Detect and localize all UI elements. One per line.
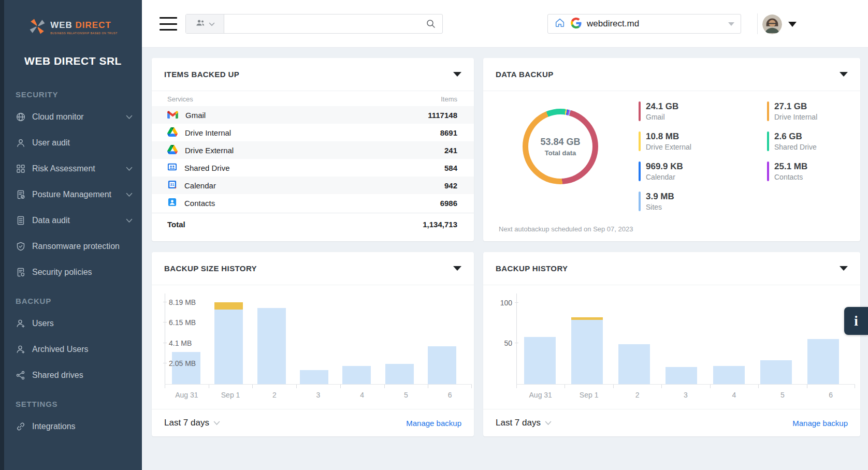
collapse-caret-icon[interactable] bbox=[840, 72, 848, 77]
x-axis-tick-label: Aug 31 bbox=[516, 385, 565, 399]
card-footer: Last 7 days Manage backup bbox=[152, 409, 474, 436]
range-label: Last 7 days bbox=[164, 418, 209, 428]
legend-swatch bbox=[767, 161, 769, 181]
search-icon[interactable] bbox=[426, 14, 442, 33]
sidebar-item-label: User audit bbox=[32, 138, 70, 148]
chevron-down-icon bbox=[213, 418, 220, 428]
manage-backup-link[interactable]: Manage backup bbox=[406, 419, 461, 428]
bar-aug-31 bbox=[172, 352, 200, 384]
items-backed-up-card: ITEMS BACKED UP Services Items Gmail1117… bbox=[152, 58, 474, 241]
sidebar-item-integrations[interactable]: Integrations bbox=[4, 414, 142, 439]
sidebar-item-label: Security policies bbox=[32, 268, 92, 277]
items-count: 241 bbox=[444, 146, 457, 155]
service-name: Gmail bbox=[185, 111, 206, 120]
chevron-down-icon bbox=[126, 115, 133, 120]
y-axis-tick-label: 6.15 MB bbox=[169, 318, 196, 327]
y-axis-tick-label: 4.1 MB bbox=[169, 339, 192, 347]
card-title: BACKUP SIZE HISTORY bbox=[164, 264, 257, 273]
items-count: 8691 bbox=[440, 128, 457, 137]
date-range-dropdown[interactable]: Last 7 days bbox=[496, 418, 552, 428]
card-title: DATA BACKUP bbox=[496, 70, 554, 79]
sidebar-item-ransomware-protection[interactable]: Ransomware protection bbox=[4, 233, 142, 259]
legend-value: 25.1 MB bbox=[774, 161, 807, 172]
y-axis-tick-label: 8.19 MB bbox=[169, 298, 196, 306]
doc-check-icon bbox=[16, 189, 32, 200]
sidebar-item-posture-management[interactable]: Posture Management bbox=[4, 182, 142, 208]
sidebar-item-data-audit[interactable]: Data audit bbox=[4, 208, 142, 233]
legend-label: Gmail bbox=[646, 113, 678, 121]
card-title: ITEMS BACKED UP bbox=[164, 70, 239, 79]
drive-icon bbox=[167, 145, 178, 156]
sidebar-item-cloud-monitor[interactable]: Cloud monitor bbox=[4, 104, 142, 130]
table-row: 31Calendar942 bbox=[152, 177, 474, 194]
shared-drive-icon bbox=[167, 162, 177, 173]
brand-logo: WEB DIRECT BUSINESS RELATIONSHIP BASED O… bbox=[4, 18, 142, 37]
sidebar-item-label: Cloud monitor bbox=[32, 112, 84, 122]
table-row: Drive External241 bbox=[152, 141, 474, 159]
sidebar-item-archived-users[interactable]: Archived Users bbox=[4, 336, 142, 362]
calendar-icon: 31 bbox=[167, 180, 177, 191]
user-plus-icon bbox=[16, 344, 32, 355]
sidebar-item-label: Posture Management bbox=[32, 190, 111, 199]
bar-3 bbox=[666, 367, 697, 384]
legend-label: Drive Internal bbox=[774, 113, 817, 121]
user-avatar[interactable] bbox=[762, 14, 782, 34]
x-axis-tick-label: 4 bbox=[710, 385, 758, 399]
bar-5 bbox=[760, 360, 792, 384]
collapse-caret-icon[interactable] bbox=[453, 266, 461, 271]
legend-item-sites: 3.9 MBSites bbox=[639, 192, 691, 211]
search-box bbox=[185, 14, 443, 34]
shield-check-icon bbox=[16, 241, 32, 252]
table-row: Gmail1117148 bbox=[152, 106, 474, 124]
bar-sep-1 bbox=[571, 317, 603, 384]
chevron-down-icon bbox=[126, 218, 133, 223]
domain-selector[interactable]: webdirect.md bbox=[547, 14, 741, 34]
sidebar-item-label: Integrations bbox=[32, 422, 76, 431]
sidebar-item-users[interactable]: Users bbox=[4, 311, 142, 336]
items-count: 6986 bbox=[440, 199, 457, 208]
table-row: Contacts6986 bbox=[152, 194, 474, 212]
app-root: WEB DIRECT BUSINESS RELATIONSHIP BASED O… bbox=[0, 0, 868, 470]
drive-icon bbox=[167, 127, 178, 138]
manage-backup-link[interactable]: Manage backup bbox=[792, 419, 848, 428]
doc-shield-icon bbox=[16, 267, 32, 277]
brand-wordmark: WEB DIRECT BUSINESS RELATIONSHIP BASED O… bbox=[50, 20, 118, 35]
chevron-down-icon bbox=[209, 19, 215, 28]
legend-swatch bbox=[639, 101, 641, 121]
legend-item-drive-internal: 27.1 GBDrive Internal bbox=[767, 101, 817, 121]
share-icon bbox=[16, 370, 32, 380]
account-menu-caret-icon[interactable] bbox=[788, 22, 797, 27]
contacts-icon bbox=[167, 197, 177, 209]
sidebar-item-shared-drives[interactable]: Shared drives bbox=[4, 362, 142, 388]
sidebar-item-risk-assessment[interactable]: Risk Assessment bbox=[4, 156, 142, 182]
backup-size-history-card: BACKUP SIZE HISTORY 8.19 MB6.15 MB4.1 MB… bbox=[152, 252, 474, 436]
info-tab-button[interactable]: i bbox=[844, 307, 868, 335]
sidebar-item-security-policies[interactable]: Security policies bbox=[4, 259, 142, 285]
user-icon bbox=[16, 138, 32, 148]
collapse-caret-icon[interactable] bbox=[840, 266, 848, 271]
legend-item-contacts: 25.1 MBContacts bbox=[767, 161, 817, 181]
range-label: Last 7 days bbox=[496, 418, 541, 428]
sidebar-item-label: Ransomware protection bbox=[32, 242, 120, 251]
sidebar-item-label: Shared drives bbox=[32, 371, 83, 380]
search-input[interactable] bbox=[224, 14, 426, 33]
sidebar-item-user-audit[interactable]: User audit bbox=[4, 130, 142, 156]
legend-value: 3.9 MB bbox=[646, 192, 674, 202]
card-header: BACKUP HISTORY bbox=[483, 252, 860, 285]
x-axis-tick-label: Sep 1 bbox=[565, 385, 613, 399]
card-header: DATA BACKUP bbox=[483, 58, 860, 91]
donut-legend-column: 24.1 GBGmail10.8 MBDrive External969.9 K… bbox=[639, 101, 691, 222]
items-count: 584 bbox=[444, 164, 457, 172]
bar-chart: 10050 Aug 31Sep 123456 bbox=[483, 297, 860, 399]
search-scope-dropdown[interactable] bbox=[186, 14, 224, 33]
legend-swatch bbox=[639, 192, 641, 211]
menu-toggle-button[interactable] bbox=[160, 17, 177, 31]
google-logo-icon bbox=[571, 18, 582, 31]
nav-section-label: SECURITY bbox=[4, 79, 142, 104]
collapse-caret-icon[interactable] bbox=[453, 72, 461, 77]
pinwheel-logo-icon bbox=[28, 18, 46, 37]
legend-swatch bbox=[767, 131, 769, 151]
sidebar-nav: SECURITYCloud monitorUser auditRisk Asse… bbox=[4, 79, 142, 439]
date-range-dropdown[interactable]: Last 7 days bbox=[164, 418, 220, 428]
x-axis-tick-label: Sep 1 bbox=[209, 385, 253, 399]
